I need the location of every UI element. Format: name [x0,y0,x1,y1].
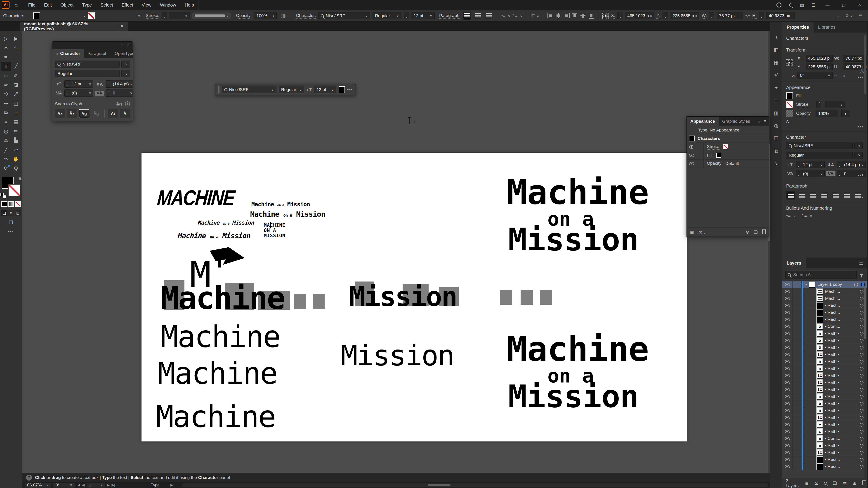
isolate-mode-icon[interactable]: ❏ [833,481,837,486]
lock-cell[interactable] [793,449,802,456]
canvas-text-mission-2[interactable]: Mission [341,341,454,369]
h-label[interactable]: H: [752,13,756,19]
tab-paragraph[interactable]: Paragraph [84,49,111,58]
snap-angular-guides-button[interactable]: A\ [108,109,118,118]
visibility-eye-icon[interactable] [784,416,790,419]
target-circle-icon[interactable] [860,458,864,462]
rotation-field[interactable]: 0°∨ [798,72,833,79]
lock-cell[interactable] [793,358,802,365]
target-circle-icon[interactable] [860,325,864,328]
align-center-button[interactable] [473,12,482,20]
opacity-swatch[interactable] [786,110,793,117]
target-circle-icon[interactable] [860,416,864,420]
layer-row[interactable]: n<Path> [782,365,867,372]
layer-label[interactable]: <Rect... [825,310,840,315]
canvas[interactable]: MACHINE Machine on a Mission Machine on … [22,31,770,473]
layer-label[interactable]: <Path> [825,359,839,364]
flip-horizontal-icon[interactable]: ⫤ [834,73,842,78]
font-style-field[interactable]: Regular [786,152,852,159]
justify-last-right-button[interactable] [842,191,851,199]
canvas-square-2[interactable] [521,290,533,305]
fill-chevron-icon[interactable]: ∨ [82,14,86,18]
pen-tool[interactable]: ✒ [1,53,11,62]
maximize-button[interactable]: ▢ [839,2,848,7]
bulleted-list-button[interactable]: •≡ ∨ [501,13,510,18]
asset-export-panel-icon[interactable]: ⇲ [774,161,778,167]
zoom-level-dropdown[interactable]: 66.67%∨ [25,482,51,488]
gradient-panel-icon[interactable]: ▥ [774,110,779,116]
mesh-tool[interactable]: ⌗ [1,117,11,127]
align-vertical-bottom-icon[interactable] [588,13,594,19]
y-field[interactable]: 225.8555 p [806,64,833,70]
menu-edit[interactable]: Edit [40,0,56,10]
target-circle-icon[interactable] [860,374,864,378]
stroke-width-stepper[interactable]: ⌃⌄ [816,101,822,108]
target-circle-icon[interactable] [860,437,864,441]
close-document-icon[interactable]: ✕ [120,24,124,29]
visibility-eye-icon[interactable] [784,332,790,335]
justify-last-left-button[interactable] [820,191,829,199]
swatches-panel-icon[interactable]: ▦ [774,60,779,66]
lock-cell[interactable] [793,295,802,302]
artboards-panel-icon[interactable]: ⧉ [774,148,778,154]
menu-type[interactable]: Type [78,0,96,10]
scale-tool[interactable]: ⤢ [11,90,21,99]
shape-builder-tool[interactable]: ⧉ [1,108,11,117]
cp-font-size-control[interactable]: ⌃⌄12 pt∨ [64,80,93,88]
target-circle-icon[interactable] [860,423,864,427]
fill-swatch[interactable] [786,92,793,99]
illustrator-logo-icon[interactable]: Ai [2,1,9,8]
layer-label[interactable]: <Path> [825,380,839,385]
perspective-grid-tool[interactable]: ⊿ [11,108,21,117]
x-label[interactable]: X: [611,13,615,19]
layer-row[interactable]: II<Path> [782,379,867,386]
menu-object[interactable]: Object [56,0,78,10]
lock-cell[interactable] [793,288,802,295]
canvas-text-machine-italic[interactable]: MACHINE [156,186,235,210]
menu-view[interactable]: View [137,0,156,10]
font-family-chevron[interactable]: ∨ [855,142,863,149]
gradient-button[interactable] [8,201,14,207]
artboard-number-dropdown[interactable]: 1∨ [86,482,105,488]
cp-font-style-field[interactable]: Regular [55,70,120,77]
lock-cell[interactable] [793,407,802,414]
target-circle-icon[interactable] [860,304,864,307]
delete-item-icon[interactable] [762,230,766,234]
opacity-field[interactable]: 100% [815,110,838,117]
user-icon[interactable] [776,2,781,7]
appearance-characters-row[interactable]: Characters [687,134,769,143]
opacity-options-icon[interactable]: › [841,110,849,117]
fill-black-swatch[interactable] [716,153,721,158]
font-family-field[interactable]: NiseJSRF [786,142,852,149]
visibility-eye-icon[interactable] [784,409,790,412]
hand-tool[interactable]: ✋ [11,154,21,164]
layer-label[interactable]: <Path> [825,352,839,357]
add-new-stroke-icon[interactable]: ▣ [690,230,694,235]
appearance-stroke-row[interactable]: Stroke: [687,143,769,151]
new-layer-icon[interactable]: ⊞ [852,481,856,486]
target-circle-icon[interactable] [860,346,864,350]
next-artboard-icon[interactable]: ▶ [107,483,110,487]
layer-label[interactable]: <Path> [825,415,839,420]
lock-cell[interactable] [793,456,802,463]
layer-label[interactable]: <Path> [825,401,839,406]
layer-label[interactable]: <Rect... [825,464,840,469]
lasso-tool[interactable]: ∿ [11,43,21,53]
visibility-eye-icon[interactable] [784,458,790,461]
layer-label[interactable]: <Path> [825,338,839,343]
layer-row[interactable]: <Rect... [782,456,867,463]
visibility-eye-icon[interactable] [784,304,790,307]
layer-row[interactable]: Machi... [782,288,867,295]
layer-row[interactable]: <Rect... [782,316,867,323]
blend-tool[interactable]: ◎ [1,127,11,136]
context-font-size-field[interactable]: 12 pt∨ [314,86,336,93]
y-label[interactable]: Y: [656,13,660,19]
cp-font-family-chevron[interactable]: ∨ [121,61,130,68]
numbered-list-button[interactable]: 1≡ ∨ [513,13,523,18]
search-icon[interactable] [789,3,792,6]
collapse-panel-icon[interactable]: « [121,43,123,47]
reference-point-selector[interactable] [786,59,796,66]
canvas-text-machine-2[interactable]: Machine [160,322,280,352]
canvas-text-moam-stacked-small[interactable]: Machine on a Mission [264,223,285,238]
graphic-styles-panel-icon[interactable]: ❏ [774,135,778,141]
